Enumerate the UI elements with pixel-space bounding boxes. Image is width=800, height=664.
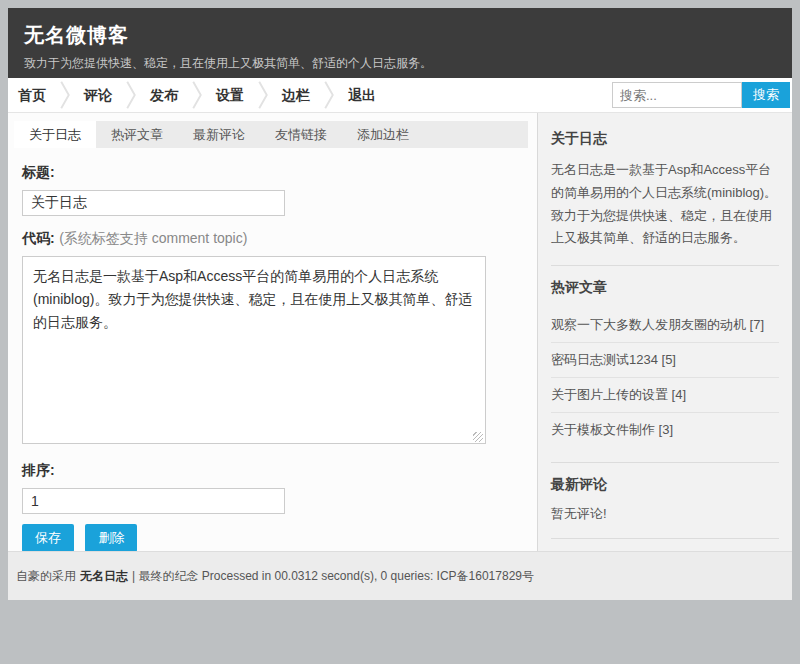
search-bar: 搜索: [612, 82, 790, 108]
chevron-separator-icon: [323, 79, 335, 111]
hot-article-item[interactable]: 观察一下大多数人发朋友圈的动机 [7]: [551, 308, 779, 343]
footer-brand-link[interactable]: 无名日志: [80, 568, 128, 585]
no-comments-text: 暂无评论!: [551, 505, 779, 523]
hot-articles-list: 观察一下大多数人发朋友圈的动机 [7] 密码日志测试1234 [5] 关于图片上…: [551, 308, 779, 447]
tab-hot-articles[interactable]: 热评文章: [96, 121, 178, 148]
tab-about-blog[interactable]: 关于日志: [14, 121, 96, 148]
sidebar: 关于日志 无名日志是一款基于Asp和Access平台的简单易用的个人日志系统(m…: [537, 113, 792, 551]
code-note: (系统标签支持 comment topic): [59, 230, 247, 246]
code-textarea-wrap: 无名日志是一款基于Asp和Access平台的简单易用的个人日志系统(minibl…: [22, 256, 486, 448]
main-area: 关于日志 热评文章 最新评论 友情链接 添加边栏 标题: 代码: (系统标签支持…: [8, 113, 792, 551]
hot-article-item[interactable]: 密码日志测试1234 [5]: [551, 343, 779, 378]
site-subtitle: 致力于为您提供快速、稳定，且在使用上又极其简单、舒适的个人日志服务。: [24, 55, 792, 72]
nav-item-logout[interactable]: 退出: [335, 78, 389, 113]
tab-add-sidebar[interactable]: 添加边栏: [342, 121, 424, 148]
sidebar-hot-heading: 热评文章: [551, 279, 779, 297]
chevron-separator-icon: [191, 79, 203, 111]
nav-item-settings[interactable]: 设置: [203, 78, 257, 113]
section-divider: [551, 462, 779, 463]
sort-label: 排序:: [22, 462, 55, 478]
chevron-separator-icon: [257, 79, 269, 111]
site-header: 无名微博客 致力于为您提供快速、稳定，且在使用上又极其简单、舒适的个人日志服务。: [8, 8, 792, 78]
delete-button[interactable]: 删除: [85, 524, 137, 551]
main-nav: 首页 评论 发布 设置 边栏 退出 搜索: [8, 78, 792, 113]
tab-friend-links[interactable]: 友情链接: [260, 121, 342, 148]
hot-article-item[interactable]: 关于图片上传的设置 [4]: [551, 378, 779, 413]
footer-prefix: 自豪的采用: [16, 568, 76, 585]
sidebar-comments-heading: 最新评论: [551, 476, 779, 494]
search-input[interactable]: [612, 82, 742, 108]
title-input[interactable]: [22, 190, 285, 216]
main-content: 关于日志 热评文章 最新评论 友情链接 添加边栏 标题: 代码: (系统标签支持…: [8, 113, 537, 551]
chevron-separator-icon: [59, 79, 71, 111]
nav-item-comments[interactable]: 评论: [71, 78, 125, 113]
tab-latest-comments[interactable]: 最新评论: [178, 121, 260, 148]
page-background: 无名微博客 致力于为您提供快速、稳定，且在使用上又极其简单、舒适的个人日志服务。…: [0, 0, 800, 664]
section-divider: [551, 265, 779, 266]
form-actions: 保存 删除: [22, 524, 537, 551]
tab-strip: 关于日志 热评文章 最新评论 友情链接 添加边栏: [14, 121, 528, 148]
code-textarea[interactable]: 无名日志是一款基于Asp和Access平台的简单易用的个人日志系统(minibl…: [22, 256, 486, 444]
title-label: 标题:: [22, 164, 55, 180]
site-title: 无名微博客: [24, 22, 792, 49]
sidebar-about-text: 无名日志是一款基于Asp和Access平台的简单易用的个人日志系统(minibl…: [551, 159, 779, 250]
site-footer: 自豪的采用 无名日志 | 最终的纪念 Processed in 00.0312 …: [8, 551, 792, 600]
app-window: 无名微博客 致力于为您提供快速、稳定，且在使用上又极其简单、舒适的个人日志服务。…: [8, 8, 792, 600]
code-label: 代码:: [22, 230, 55, 246]
hot-article-item[interactable]: 关于模板文件制作 [3]: [551, 413, 779, 447]
sidebar-edit-form: 标题: 代码: (系统标签支持 comment topic) 无名日志是一款基于…: [8, 148, 537, 551]
resize-handle-icon[interactable]: [473, 432, 483, 442]
sidebar-about-heading: 关于日志: [551, 130, 779, 148]
footer-info: | 最终的纪念 Processed in 00.0312 second(s), …: [132, 568, 534, 585]
save-button[interactable]: 保存: [22, 524, 74, 551]
nav-item-publish[interactable]: 发布: [137, 78, 191, 113]
search-button[interactable]: 搜索: [742, 82, 790, 108]
chevron-separator-icon: [125, 79, 137, 111]
sort-input[interactable]: [22, 488, 285, 514]
section-divider: [551, 538, 779, 539]
nav-item-home[interactable]: 首页: [8, 78, 59, 113]
nav-item-sidebar[interactable]: 边栏: [269, 78, 323, 113]
